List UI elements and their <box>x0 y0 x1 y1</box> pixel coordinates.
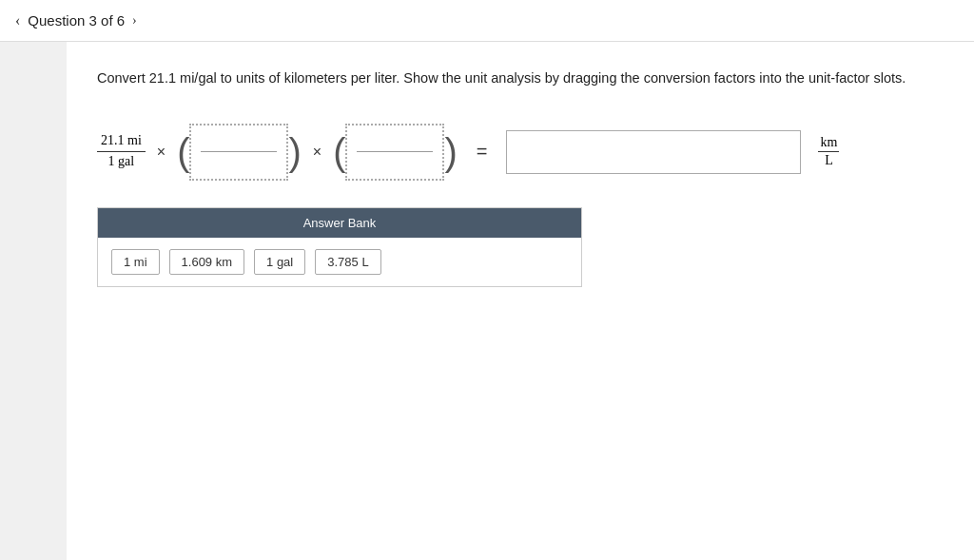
given-fraction: 21.1 mi 1 gal <box>97 133 146 170</box>
fraction-slot-1[interactable] <box>189 124 288 181</box>
forward-nav-icon[interactable]: › <box>132 13 137 29</box>
answer-chip-0[interactable]: 1 mi <box>111 249 160 275</box>
result-input-box[interactable] <box>506 130 801 174</box>
result-unit-fraction: km L <box>818 135 839 168</box>
fraction-slot-2-wrapper: ( ) <box>333 124 458 181</box>
fraction-slot-2[interactable] <box>345 124 444 181</box>
multiply-sign-1: × <box>157 144 166 161</box>
slot-1-denominator[interactable] <box>201 152 277 173</box>
main-content: Convert 21.1 mi/gal to units of kilomete… <box>67 42 974 560</box>
back-nav-icon[interactable]: ‹ <box>15 12 20 29</box>
paren-left-1: ( <box>177 133 189 171</box>
answer-chip-2[interactable]: 1 gal <box>254 249 305 275</box>
equation-row: 21.1 mi 1 gal × ( ) × ( ) = <box>97 124 944 181</box>
paren-right-1: ) <box>288 133 301 171</box>
multiply-sign-2: × <box>313 144 321 161</box>
result-unit-numerator: km <box>818 135 839 152</box>
answer-bank: Answer Bank 1 mi 1.609 km 1 gal 3.785 L <box>97 207 582 287</box>
result-unit-denominator: L <box>823 152 835 168</box>
slot-2-denominator[interactable] <box>357 152 433 173</box>
header: ‹ Question 3 of 6 › <box>0 0 974 42</box>
given-numerator: 21.1 mi <box>97 133 146 152</box>
given-denominator: 1 gal <box>105 152 139 170</box>
question-progress-label: Question 3 of 6 <box>28 12 125 29</box>
question-text: Convert 21.1 mi/gal to units of kilomete… <box>97 68 915 89</box>
answer-bank-header: Answer Bank <box>98 208 581 238</box>
fraction-slot-1-wrapper: ( ) <box>177 124 302 181</box>
slot-1-numerator[interactable] <box>201 131 277 152</box>
slot-2-numerator[interactable] <box>357 131 433 152</box>
paren-left-2: ( <box>333 133 345 171</box>
equals-sign: = <box>477 141 488 163</box>
answer-bank-items: 1 mi 1.609 km 1 gal 3.785 L <box>98 238 581 286</box>
answer-chip-1[interactable]: 1.609 km <box>169 249 244 275</box>
paren-right-2: ) <box>444 133 457 171</box>
answer-chip-3[interactable]: 3.785 L <box>315 249 380 275</box>
